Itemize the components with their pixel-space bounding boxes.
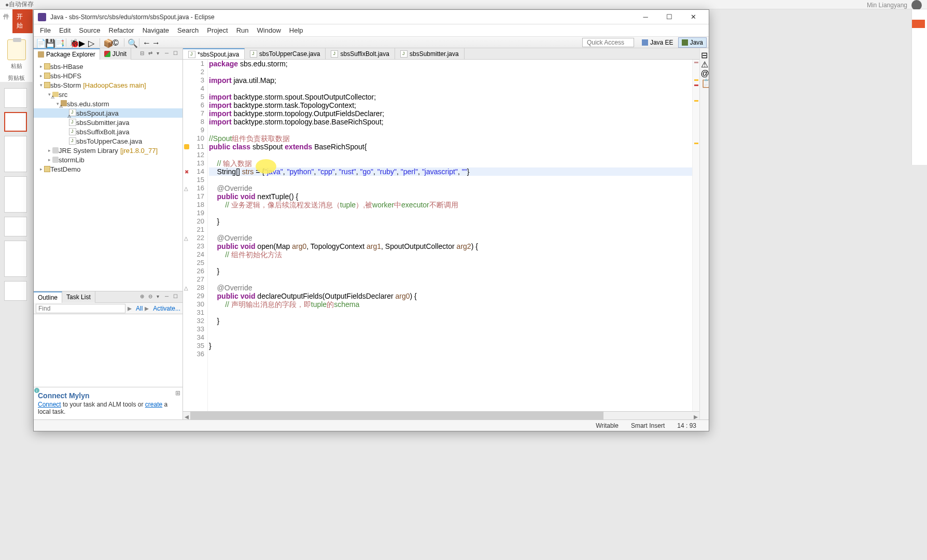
close-button[interactable]: ✕ [682,10,705,24]
tab-package-explorer[interactable]: Package Explorer [34,48,100,60]
tree-item-jre-system-library[interactable]: ▸ JRE System Library[jre1.8.0_77] [34,146,182,155]
code-line-27[interactable] [209,275,692,284]
code-line-12[interactable] [209,151,692,159]
outline-max-icon[interactable]: ☐ [173,293,180,301]
editor-tab-sbstouppercase-java[interactable]: sbsToUpperCase.java [245,48,326,59]
code-line-19[interactable] [209,209,692,217]
tab-junit[interactable]: JUnit [100,48,131,60]
code-line-30[interactable]: // 声明输出消息的字段，即tuple的schema [209,300,692,309]
override-marker[interactable]: △ [184,235,189,241]
tree-item-stormlib[interactable]: ▸ stormLib [34,155,182,164]
expand-toggle[interactable] [63,129,69,135]
menu-run[interactable]: Run [232,25,253,36]
expand-toggle[interactable]: ▸ [38,166,44,172]
all-link[interactable]: All [136,305,143,312]
tree-item-testdemo[interactable]: ▸ TestDemo [34,164,182,174]
save-icon[interactable]: 💾 [45,38,53,47]
tab-outline[interactable]: Outline [34,291,62,303]
outline-icon-2[interactable]: ⊖ [148,293,156,301]
menu-edit[interactable]: Edit [55,25,75,36]
menu-refactor[interactable]: Refactor [105,25,138,36]
editor-tab-sbssubmitter-java[interactable]: sbsSubmitter.java [395,48,465,59]
perspective-javaee[interactable]: Java EE [638,37,677,48]
expand-toggle[interactable] [63,119,69,125]
code-line-4[interactable] [209,85,692,93]
code-line-9[interactable] [209,126,692,134]
code-line-33[interactable] [209,325,692,333]
code-line-3[interactable]: import java.util.Map; [209,76,692,85]
menu-file[interactable]: File [36,25,55,36]
horizontal-scrollbar[interactable]: ◂ ▸ [183,411,699,419]
problems-icon[interactable]: ⚠ [701,60,708,67]
package-explorer-tree[interactable]: ▸ sbs-HBase▸ sbs-HDFS▾ sbs-Storm[HadoopC… [34,60,182,291]
tree-item-sbs-edu-storm[interactable]: ▾⚠ sbs.edu.storm [34,99,182,108]
code-line-34[interactable] [209,333,692,342]
expand-toggle[interactable]: ▸ [38,63,44,69]
override-marker[interactable]: △ [184,186,189,191]
warning-marker[interactable] [184,144,189,149]
editor-tab-sbssuffixbolt-java[interactable]: sbsSuffixBolt.java [326,48,395,59]
expand-toggle[interactable]: ▸ [38,73,44,79]
debug-icon[interactable]: 🐞 [69,38,78,47]
code-line-22[interactable]: @Override [209,234,692,242]
tree-item-sbs-storm[interactable]: ▾ sbs-Storm[HadoopCases main] [34,80,182,90]
tree-item-src[interactable]: ▾⚠ src [34,90,182,99]
code-line-6[interactable]: import backtype.storm.task.TopologyConte… [209,101,692,109]
overview-ruler[interactable] [692,60,699,411]
code-line-16[interactable]: @Override [209,184,692,192]
declaration-icon[interactable]: 📋 [701,78,708,86]
minimize-view-icon[interactable]: ─ [165,50,172,58]
new-package-icon[interactable]: 📦 [103,38,111,47]
expand-toggle[interactable] [63,138,69,144]
code-line-10[interactable]: //Spout组件负责获取数据 [209,134,692,143]
code-line-25[interactable] [209,259,692,267]
code-line-35[interactable]: } [209,342,692,350]
menu-source[interactable]: Source [75,25,104,36]
editor-tab--sbsspout-java[interactable]: *sbsSpout.java [183,48,245,59]
code-line-20[interactable]: } [209,217,692,226]
maximize-view-icon[interactable]: ☐ [173,50,180,58]
expand-toggle[interactable]: ▸ [46,147,52,153]
view-menu-icon[interactable]: ▾ [157,50,164,58]
editor-content[interactable]: ✖△△△ 12345678910111213141516171819202122… [183,60,699,411]
code-line-17[interactable]: public void nextTuple() { [209,192,692,201]
code-line-29[interactable]: public void declareOutputFields(OutputFi… [209,292,692,300]
tree-item-sbstouppercase-java[interactable]: sbsToUpperCase.java [34,136,182,146]
code-line-5[interactable]: import backtype.storm.spout.SpoutOutputC… [209,93,692,101]
code-area[interactable]: package sbs.edu.storm;import java.util.M… [208,60,692,411]
code-line-8[interactable]: import backtype.storm.topology.base.Base… [209,118,692,126]
tree-item-sbsspout-java[interactable]: ⚠ sbsSpout.java [34,108,182,118]
back-icon[interactable]: ← [143,38,151,47]
code-line-32[interactable]: } [209,317,692,325]
new-class-icon[interactable]: © [113,38,121,47]
activate-link[interactable]: Activate... [153,305,180,312]
menu-window[interactable]: Window [253,25,285,36]
new-icon[interactable]: 📄 [36,38,44,47]
forward-icon[interactable]: → [152,38,160,47]
code-line-1[interactable]: package sbs.edu.storm; [209,60,692,68]
tree-item-sbssuffixbolt-java[interactable]: sbsSuffixBolt.java [34,127,182,136]
find-input[interactable] [36,304,125,313]
menu-help[interactable]: Help [285,25,307,36]
code-line-28[interactable]: @Override [209,284,692,292]
code-line-24[interactable]: // 组件初始化方法 [209,250,692,259]
code-line-13[interactable]: // 输入数据 [209,159,692,167]
menu-search[interactable]: Search [173,25,203,36]
code-line-7[interactable]: import backtype.storm.topology.OutputFie… [209,109,692,118]
tree-item-sbs-hbase[interactable]: ▸ sbs-HBase [34,62,182,71]
code-line-15[interactable] [209,176,692,184]
perspective-java[interactable]: Java [678,37,707,48]
minimize-button[interactable]: ─ [634,10,657,24]
tab-task-list[interactable]: Task List [62,291,95,303]
expand-toggle[interactable]: ▾ [38,82,44,88]
tree-item-sbssubmitter-java[interactable]: sbsSubmitter.java [34,118,182,127]
run-icon[interactable]: ▶ [79,38,87,47]
tree-item-sbs-hdfs[interactable]: ▸ sbs-HDFS [34,71,182,80]
run-last-icon[interactable]: ▷ [88,38,96,47]
code-line-18[interactable]: // 业务逻辑，像后续流程发送消息（tuple）,被worker中executo… [209,201,692,209]
code-line-2[interactable] [209,68,692,76]
search-icon[interactable]: 🔍 [128,38,136,47]
outline-icon-1[interactable]: ⊕ [140,293,147,301]
error-marker[interactable]: ✖ [185,169,189,175]
restore-icon[interactable]: ⊟ [701,50,708,58]
